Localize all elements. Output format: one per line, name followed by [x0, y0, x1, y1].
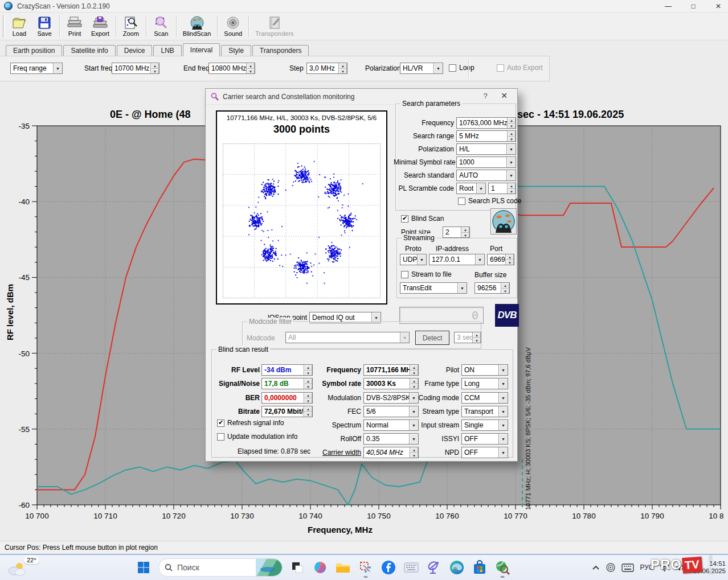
pl-scramble-mode-select[interactable]: Root▼ — [456, 183, 486, 194]
microsoft-store-icon[interactable] — [472, 560, 488, 575]
stream-type-select[interactable]: Transport▼ — [461, 406, 508, 417]
carrier-width-link[interactable]: Carrier width — [302, 449, 361, 456]
search-highlight-image[interactable] — [256, 559, 282, 576]
frame-type-select[interactable]: Long▼ — [461, 378, 508, 389]
chevron-down-icon[interactable]: ▼ — [498, 406, 508, 417]
chevron-down-icon[interactable]: ▼ — [506, 170, 516, 180]
toolbar-button-blindscan[interactable]: BlindScan — [179, 13, 215, 40]
facebook-icon[interactable] — [381, 560, 396, 575]
coding-mode-select[interactable]: CCM▼ — [461, 392, 508, 404]
minimize-button[interactable]: — — [664, 2, 672, 10]
chevron-down-icon[interactable]: ▼ — [498, 434, 508, 444]
maximize-button[interactable]: □ — [689, 2, 697, 10]
input-stream-select[interactable]: Single▼ — [461, 419, 508, 431]
tab-style[interactable]: Style — [221, 45, 251, 56]
pl-scramble-value-input[interactable]: 1▲▼ — [488, 183, 516, 194]
chevron-down-icon[interactable]: ▼ — [498, 420, 508, 430]
toolbar-button-load[interactable]: Load — [7, 13, 32, 40]
toolbar-button-print[interactable]: Print — [62, 13, 87, 40]
search-pls-checkbox[interactable]: Search PLS code — [458, 197, 521, 205]
fec-select[interactable]: 5/6▼ — [363, 406, 419, 417]
spinner[interactable]: ▲▼ — [505, 254, 514, 265]
edge-icon[interactable] — [449, 560, 465, 575]
chevron-down-icon[interactable]: ▼ — [506, 157, 516, 167]
step-input[interactable]: 3,0 MHz▲▼ — [306, 63, 347, 74]
chevron-down-icon[interactable]: ▼ — [498, 393, 508, 403]
spinner[interactable]: ▲▼ — [410, 447, 418, 458]
tab-device[interactable]: Device — [117, 45, 153, 56]
chevron-down-icon[interactable]: ▼ — [475, 254, 484, 265]
pilot-select[interactable]: ON▼ — [461, 364, 508, 376]
port-input[interactable]: 6969▲▼ — [487, 254, 514, 265]
toolbar-button-save[interactable]: Save — [32, 13, 57, 40]
loop-checkbox[interactable]: Loop — [449, 64, 475, 72]
symbol-rate-value[interactable]: 30003 Ks▲▼ — [363, 378, 419, 389]
blind-scan-checkbox[interactable]: Blind Scan — [401, 215, 444, 223]
file-explorer-icon[interactable] — [335, 560, 351, 575]
app-titlebar[interactable]: CrazyScan - Version 1.0.2.190 — □ ✕ — [0, 0, 728, 13]
copilot-icon[interactable] — [312, 560, 328, 575]
spinner[interactable]: ▲▼ — [338, 63, 347, 73]
spinner[interactable]: ▲▼ — [501, 283, 509, 293]
tab-earth-position[interactable]: Earth position — [6, 45, 62, 56]
chevron-down-icon[interactable]: ▼ — [498, 379, 508, 389]
ip-address-select[interactable]: 127.0.0.1▼ — [429, 254, 485, 265]
tab-interval[interactable]: Interval — [183, 43, 220, 56]
satellite-app-icon[interactable] — [426, 560, 442, 575]
spinner[interactable]: ▲▼ — [507, 118, 516, 128]
detect-interval-input[interactable]: 3 sec▲▼ — [454, 332, 481, 343]
chevron-down-icon[interactable]: ▼ — [417, 254, 426, 265]
stream-to-file-checkbox[interactable]: Stream to file — [401, 270, 452, 278]
task-view-button[interactable] — [289, 560, 305, 575]
dialog-polarization-select[interactable]: H/L▼ — [456, 143, 516, 155]
start-button[interactable] — [136, 560, 152, 575]
weather-widget[interactable]: 22° — [6, 557, 46, 578]
end-freq-input[interactable]: 10800 MHz▲▼ — [208, 63, 255, 74]
update-modulation-checkbox[interactable]: Update modulation info — [217, 433, 297, 441]
spinner[interactable]: ▲▼ — [472, 332, 481, 343]
snipping-tool-icon[interactable] — [358, 560, 374, 575]
modcode-select[interactable]: All▼ — [285, 332, 410, 343]
tray-app-icon[interactable] — [606, 562, 616, 573]
taskbar-search[interactable]: Поиск — [158, 558, 283, 577]
point-size-input[interactable]: 2▲▼ — [443, 227, 470, 238]
spinner[interactable]: ▲▼ — [410, 365, 418, 375]
min-symbol-rate-select[interactable]: 1000▼ — [456, 157, 516, 168]
carrier-width-value[interactable]: 40,504 MHz▲▼ — [363, 447, 419, 458]
crazyscan-taskbar-icon[interactable] — [494, 560, 510, 575]
detect-button[interactable]: Detect — [415, 331, 449, 345]
dialog-titlebar[interactable]: Carrier search and Constellation monitor… — [206, 89, 517, 105]
toolbar-button-export[interactable]: Export — [87, 13, 113, 40]
toolbar-button-sound[interactable]: Sound — [220, 13, 246, 40]
stream-consumer-select[interactable]: TransEdit▼ — [400, 282, 467, 294]
dialog-help-button[interactable]: ? — [481, 92, 490, 100]
spinner[interactable]: ▲▼ — [150, 63, 159, 73]
issyi-select[interactable]: OFF▼ — [461, 433, 508, 445]
tab-transponders[interactable]: Transponders — [252, 45, 309, 56]
spinner[interactable]: ▲▼ — [507, 131, 516, 141]
chevron-down-icon[interactable]: ▼ — [498, 447, 508, 458]
toolbar-button-zoom[interactable]: Zoom — [118, 13, 144, 40]
auto-export-checkbox[interactable]: Auto Export — [497, 64, 543, 72]
polarization-select[interactable]: HL/VR▼ — [400, 63, 443, 74]
tab-satellite-info[interactable]: Satellite info — [63, 45, 115, 56]
proto-select[interactable]: UDP▼ — [400, 254, 427, 265]
frequency-input[interactable]: 10763,000 MHz▲▼ — [456, 117, 516, 129]
npd-select[interactable]: OFF▼ — [461, 447, 508, 458]
close-button[interactable]: ✕ — [714, 2, 722, 10]
search-standard-select[interactable]: AUTO▼ — [456, 170, 516, 181]
tray-keyboard-icon[interactable] — [621, 563, 634, 572]
search-range-input[interactable]: 5 MHz▲▼ — [456, 130, 516, 142]
toolbar-button-scan[interactable]: Scan — [149, 13, 174, 40]
result-frequency-value[interactable]: 10771,166 MHz▲▼ — [363, 364, 419, 376]
start-freq-input[interactable]: 10700 MHz▲▼ — [112, 63, 159, 74]
spinner[interactable]: ▲▼ — [507, 183, 516, 194]
refresh-signal-checkbox[interactable]: Refresh signal info — [217, 419, 284, 427]
chevron-down-icon[interactable]: ▼ — [498, 365, 508, 375]
chevron-down-icon[interactable]: ▼ — [476, 183, 485, 194]
touch-keyboard-icon[interactable] — [403, 560, 419, 575]
chevron-down-icon[interactable]: ▼ — [409, 434, 418, 444]
freq-range-select[interactable]: Freq range▼ — [10, 63, 63, 74]
dialog-close-button[interactable]: ✕ — [499, 91, 509, 100]
spinner[interactable]: ▲▼ — [246, 63, 255, 73]
